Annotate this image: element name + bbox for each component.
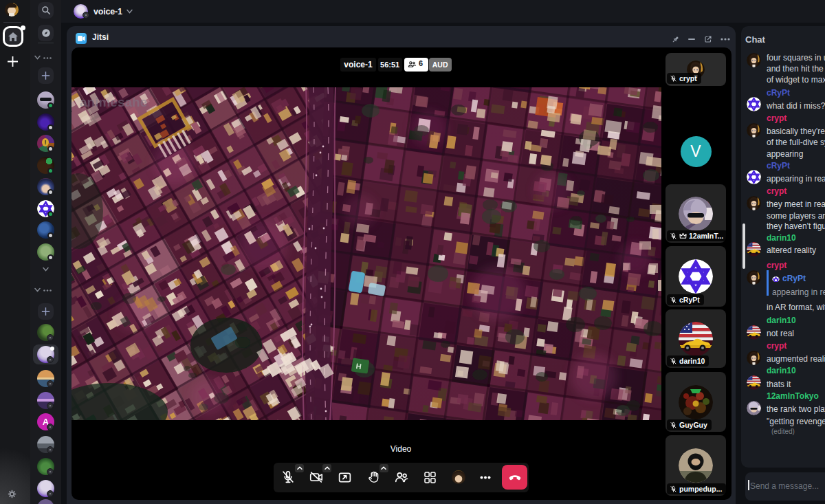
svg-text:animesahe: animesahe: [80, 95, 147, 109]
